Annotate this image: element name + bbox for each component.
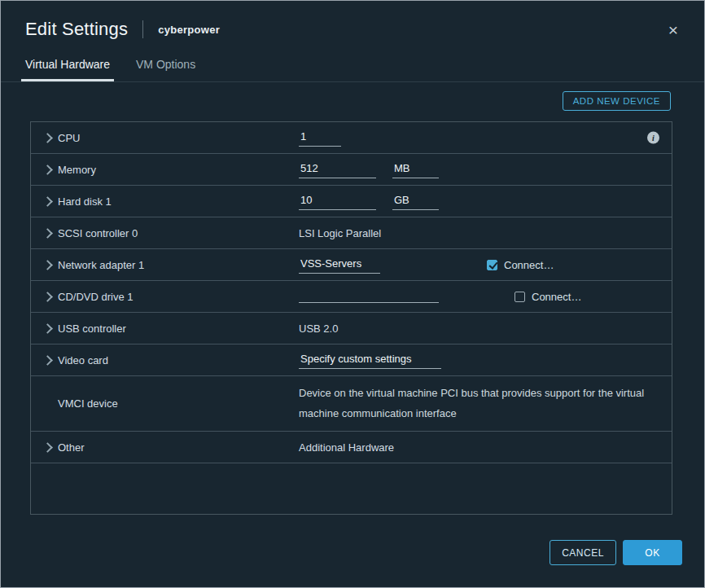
hardware-table: CPU 1 i Memory 512 MB Hard disk 1 — [30, 121, 672, 515]
row-label: USB controller — [58, 323, 126, 335]
row-value-cell: Specify custom settings — [299, 351, 441, 369]
network-connect-label: Connect… — [504, 259, 554, 271]
vmci-description: Device on the virtual machine PCI bus th… — [299, 376, 661, 431]
add-new-device-button[interactable]: ADD NEW DEVICE — [563, 91, 671, 111]
row-value-cell: USB 2.0 — [299, 321, 338, 336]
row-label: Other — [58, 441, 85, 454]
row-label-cell: Other — [31, 441, 299, 454]
row-value-cell: 512 — [299, 160, 392, 178]
toolbar: ADD NEW DEVICE — [1, 91, 671, 111]
row-value-cell: 1 — [299, 129, 392, 147]
cancel-button[interactable]: CANCEL — [550, 540, 616, 565]
chevron-right-icon[interactable] — [42, 133, 53, 143]
cddvd-connect-label: Connect… — [532, 291, 581, 303]
chevron-right-icon[interactable] — [42, 323, 53, 334]
table-filler — [31, 463, 672, 514]
row-label-cell: USB controller — [31, 323, 299, 335]
row-cpu: CPU 1 i — [31, 122, 672, 154]
cddvd-select[interactable] — [299, 287, 439, 303]
tab-vm-options[interactable]: VM Options — [132, 53, 199, 81]
usb-controller-value: USB 2.0 — [299, 323, 338, 335]
page-title: Edit Settings — [25, 19, 128, 40]
row-label-cell: SCSI controller 0 — [31, 227, 299, 239]
network-select[interactable]: VSS-Servers — [299, 257, 380, 274]
row-hard-disk: Hard disk 1 10 GB — [31, 186, 672, 217]
row-label: SCSI controller 0 — [58, 227, 138, 239]
other-value: Additional Hardware — [299, 441, 394, 454]
row-scsi-controller: SCSI controller 0 LSI Logic Parallel — [31, 217, 672, 249]
row-value-cell — [299, 287, 439, 306]
row-label-cell: Video card — [31, 354, 299, 366]
row-unit-cell: MB — [392, 160, 453, 178]
title-separator — [142, 20, 143, 38]
row-label-cell: VMCI device — [31, 397, 299, 410]
network-connect-checkbox[interactable] — [487, 260, 497, 270]
row-network-adapter: Network adapter 1 VSS-Servers Connect… — [31, 249, 672, 281]
row-cddvd-drive: CD/DVD drive 1 Connect… — [31, 281, 672, 313]
row-label-cell: CD/DVD drive 1 — [31, 291, 299, 303]
row-label-cell: Network adapter 1 — [31, 259, 299, 271]
row-label-cell: CPU — [31, 132, 299, 144]
edit-settings-dialog: Edit Settings cyberpower × Virtual Hardw… — [0, 0, 705, 588]
row-label: Video card — [58, 354, 108, 366]
row-value-cell: 10 — [299, 192, 392, 210]
row-video-card: Video card Specify custom settings — [31, 344, 672, 376]
dialog-footer: CANCEL OK — [550, 540, 682, 565]
row-unit-cell: GB — [392, 192, 453, 210]
memory-unit-select[interactable]: MB — [392, 162, 439, 178]
row-label-cell: Hard disk 1 — [31, 195, 299, 208]
dialog-header: Edit Settings cyberpower × — [1, 1, 704, 40]
row-label: Hard disk 1 — [58, 195, 112, 208]
row-label: CPU — [58, 132, 80, 144]
disk-size-input[interactable]: 10 — [299, 194, 376, 210]
chevron-right-icon[interactable] — [42, 442, 53, 453]
cddvd-connect-checkbox[interactable] — [515, 292, 525, 302]
chevron-right-icon[interactable] — [42, 292, 53, 302]
memory-size-input[interactable]: 512 — [299, 162, 376, 178]
row-label: VMCI device — [58, 397, 118, 410]
chevron-right-icon[interactable] — [42, 355, 53, 366]
vm-name: cyberpower — [158, 24, 220, 36]
tab-bar: Virtual Hardware VM Options — [1, 53, 704, 82]
row-label-cell: Memory — [31, 164, 299, 176]
row-label: Network adapter 1 — [58, 259, 144, 271]
disk-unit-select[interactable]: GB — [392, 194, 439, 210]
chevron-right-icon[interactable] — [42, 196, 53, 207]
row-memory: Memory 512 MB — [31, 154, 672, 186]
row-value-cell: VSS-Servers — [299, 256, 392, 274]
cpu-count-input[interactable]: 1 — [299, 130, 341, 147]
row-label: Memory — [58, 164, 96, 176]
row-value-cell: Additional Hardware — [299, 440, 394, 454]
video-card-select[interactable]: Specify custom settings — [299, 353, 441, 369]
tab-virtual-hardware[interactable]: Virtual Hardware — [21, 53, 114, 81]
cddvd-connect-group: Connect… — [515, 291, 581, 303]
ok-button[interactable]: OK — [623, 540, 682, 565]
row-other: Other Additional Hardware — [31, 432, 672, 463]
row-value-cell: LSI Logic Parallel — [299, 226, 381, 240]
info-icon: i — [647, 132, 659, 144]
close-icon[interactable]: × — [663, 20, 683, 40]
chevron-right-icon[interactable] — [42, 228, 53, 239]
chevron-right-icon[interactable] — [42, 260, 53, 270]
network-connect-group: Connect… — [487, 259, 554, 271]
chevron-right-icon[interactable] — [42, 165, 53, 175]
scsi-controller-value: LSI Logic Parallel — [299, 227, 381, 239]
row-vmci-device: VMCI device Device on the virtual machin… — [31, 376, 672, 432]
row-label: CD/DVD drive 1 — [58, 291, 133, 303]
row-usb-controller: USB controller USB 2.0 — [31, 313, 672, 344]
